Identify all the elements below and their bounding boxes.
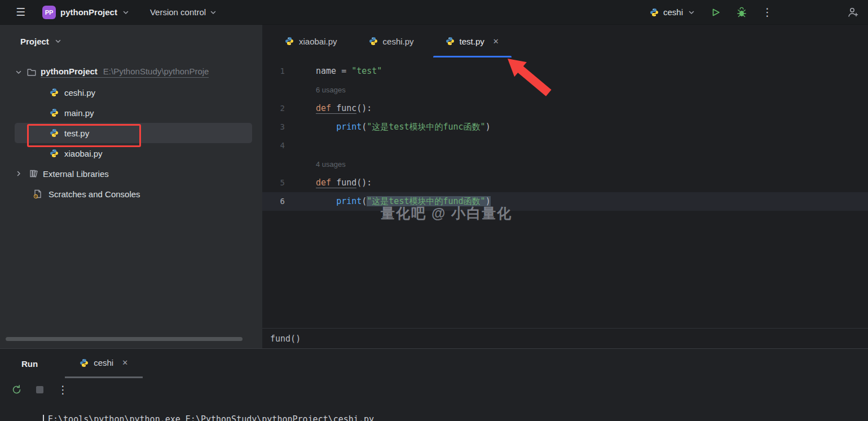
project-name: pythonProject [60, 7, 117, 17]
project-panel: Project pythonProject E:\PythonStudy\pyt… [0, 25, 262, 348]
debug-button[interactable] [736, 7, 747, 18]
toolbar-left: ☰ PP pythonProject Version control [9, 3, 217, 21]
run-config-selector[interactable]: ceshi [650, 7, 695, 17]
chevron-down-icon [122, 8, 130, 16]
code-row[interactable]: 5def fund(): [262, 174, 868, 192]
libraries-icon [29, 169, 39, 179]
file-label: main.py [64, 108, 94, 118]
run-console[interactable]: E:\tools\python\python.exe E:\PythonStud… [0, 414, 868, 421]
tree-item-main-py[interactable]: main.py [0, 103, 262, 123]
code-row[interactable]: 6 print("这是test模块中的fund函数") [262, 192, 868, 211]
run-toolbar: ⋮ [0, 378, 868, 401]
tab-ceshi-py[interactable]: ceshi.py [353, 25, 430, 57]
line-number: 6 [262, 192, 314, 211]
code-line-text: name = "test" [314, 62, 382, 81]
project-tree: pythonProject E:\PythonStudy\pythonProje… [0, 57, 262, 204]
python-icon [285, 37, 294, 46]
close-icon[interactable]: ✕ [493, 37, 499, 46]
vcs-label: Version control [150, 7, 206, 17]
file-label: xiaobai.py [64, 149, 103, 158]
horizontal-scrollbar[interactable] [6, 337, 243, 341]
rerun-icon[interactable] [11, 384, 22, 395]
close-icon[interactable]: ✕ [122, 358, 128, 367]
usages-inlay-hint[interactable]: 4 usages [314, 155, 346, 174]
project-badge: PP [42, 6, 56, 19]
run-button[interactable] [710, 7, 721, 18]
root-project-name: pythonProject [41, 67, 98, 76]
root-label-group: pythonProject E:\PythonStudy\pythonProje [41, 67, 209, 78]
inlay-row[interactable]: 6 usages [262, 81, 868, 99]
more-options-icon[interactable]: ⋮ [58, 384, 69, 395]
more-actions-icon[interactable]: ⋮ [762, 7, 773, 17]
tree-item-scratches[interactable]: Scratches and Consoles [0, 184, 262, 204]
hamburger-menu-icon[interactable]: ☰ [16, 7, 25, 17]
project-panel-header[interactable]: Project [0, 25, 262, 57]
stop-icon[interactable] [36, 386, 43, 393]
run-config-name: ceshi [663, 7, 683, 17]
run-panel-title[interactable]: Run [21, 359, 38, 369]
editor-area: xiaobai.py ceshi.py test.py ✕ 1name = "t… [262, 25, 868, 348]
tab-label: test.py [460, 37, 484, 46]
tab-label: ceshi.py [383, 37, 414, 46]
chevron-right-icon[interactable] [15, 170, 23, 178]
run-tab-ceshi[interactable]: ceshi ✕ [65, 349, 143, 378]
chevron-down-icon [54, 37, 62, 45]
code-line-text [314, 136, 316, 155]
item-label: External Libraries [43, 169, 109, 179]
python-icon [50, 88, 59, 97]
root-project-path: E:\PythonStudy\pythonProje [103, 67, 209, 76]
line-number: 2 [262, 99, 314, 118]
run-tab-label: ceshi [94, 358, 113, 367]
python-icon [50, 128, 59, 138]
python-icon [80, 358, 89, 367]
python-icon [369, 37, 378, 46]
chevron-down-icon [209, 8, 217, 16]
breadcrumb-function[interactable]: fund() [270, 334, 301, 344]
usages-inlay-hint[interactable]: 6 usages [314, 81, 346, 99]
code-with-me-icon[interactable] [847, 6, 859, 19]
project-selector[interactable]: PP pythonProject [38, 3, 134, 21]
vcs-widget[interactable]: Version control [150, 7, 217, 17]
tab-test-py[interactable]: test.py ✕ [430, 25, 515, 57]
python-icon [50, 149, 59, 158]
editor-tab-bar: xiaobai.py ceshi.py test.py ✕ [262, 25, 868, 57]
code-line-text: def func(): [314, 99, 372, 118]
code-row[interactable]: 1name = "test" [262, 62, 868, 81]
code-row[interactable]: 3 print("这是test模块中的func函数") [262, 118, 868, 136]
python-icon [50, 108, 59, 117]
python-icon [446, 37, 455, 46]
item-label: Scratches and Consoles [49, 189, 140, 199]
tab-xiaobai-py[interactable]: xiaobai.py [269, 25, 353, 57]
inlay-row[interactable]: 4 usages [262, 155, 868, 174]
chevron-down-icon[interactable] [15, 68, 23, 76]
console-caret [43, 415, 44, 421]
tree-item-ceshi-py[interactable]: ceshi.py [0, 82, 262, 103]
code-line-text: print("这是test模块中的func函数") [314, 118, 491, 136]
project-panel-title: Project [20, 37, 49, 46]
file-label: test.py [64, 128, 89, 138]
code-row[interactable]: 2def func(): [262, 99, 868, 118]
main-toolbar: ☰ PP pythonProject Version control ceshi… [0, 0, 868, 25]
file-label: ceshi.py [64, 88, 95, 98]
code-line-text: print("这是test模块中的fund函数") [314, 192, 491, 211]
line-number [262, 155, 314, 174]
tree-item-xiaobai-py[interactable]: xiaobai.py [0, 143, 262, 163]
line-number [262, 81, 314, 99]
code-line-text: def fund(): [314, 174, 372, 192]
line-number: 3 [262, 118, 314, 136]
code-row[interactable]: 4 [262, 136, 868, 155]
chevron-down-icon [688, 8, 695, 16]
line-number: 5 [262, 174, 314, 192]
tree-item-test-py[interactable]: test.py [15, 123, 252, 143]
line-number: 1 [262, 62, 314, 81]
console-output-line: E:\tools\python\python.exe E:\PythonStud… [48, 414, 374, 421]
breadcrumb-bar: fund() [262, 328, 868, 348]
tree-root-pythonproject[interactable]: pythonProject E:\PythonStudy\pythonProje [0, 62, 262, 82]
toolbar-right: ceshi ⋮ [650, 6, 859, 19]
run-panel-header: Run ceshi ✕ [0, 349, 868, 378]
line-number: 4 [262, 136, 314, 155]
code-area[interactable]: 1name = "test"6 usages2def func():3 prin… [262, 57, 868, 328]
tab-label: xiaobai.py [299, 37, 337, 46]
scratches-icon [33, 189, 43, 199]
tree-item-external-libraries[interactable]: External Libraries [0, 163, 262, 184]
